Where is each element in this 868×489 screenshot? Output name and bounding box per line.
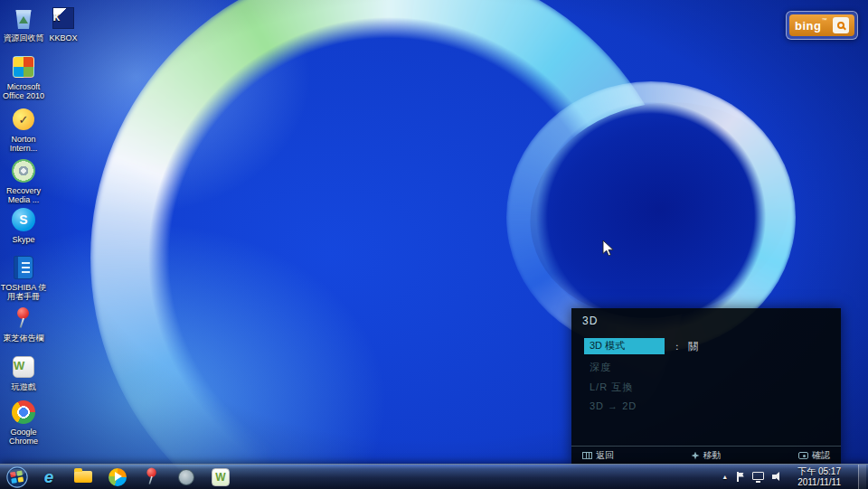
pushpin-icon (143, 467, 160, 487)
search-button[interactable] (833, 17, 849, 33)
bing-gadget[interactable]: bing™ (786, 11, 858, 40)
taskbar-wildtangent-button[interactable]: W (206, 466, 235, 488)
desktop-icon-label: Recovery Media ... (0, 186, 47, 204)
desktop-icon-kkbox[interactable]: K KKBOX (40, 5, 87, 42)
folder-icon (74, 471, 92, 483)
ok-icon (798, 452, 808, 459)
desktop: 資源回收筒 K KKBOX Microsoft Office 2010 ✓ No… (0, 0, 868, 489)
desktop-icon-label: Microsoft Office 2010 (0, 82, 47, 100)
desktop-icon-skype[interactable]: S Skype (0, 206, 47, 244)
hint-label: 移動 (703, 449, 722, 462)
osd-title: 3D (571, 308, 841, 336)
desktop-icon-label: Google Chrome (0, 428, 47, 446)
osd-item-3d-mode-value: ： 關 (672, 340, 700, 353)
skype-icon: S (10, 206, 37, 233)
osd-3d-menu: 3D 3D 模式 ： 關 深度 L/R 互換 3D → 2D 返回 (571, 308, 841, 465)
wildtangent-games-icon: W (10, 353, 37, 381)
osd-item-3d-mode: 3D 模式 ： 關 (584, 338, 828, 354)
taskbar-buttons: e W (34, 466, 235, 488)
osd-hint-confirm: 確認 (798, 449, 830, 462)
wallpaper-swirl-inner (212, 104, 601, 489)
hint-label: 返回 (596, 449, 614, 462)
taskbar-reeltime-button[interactable] (172, 466, 201, 488)
taskbar: e W ▲ 下午 05:17 2011 (0, 464, 868, 489)
recovery-disc-icon (10, 157, 37, 184)
osd-footer: 返回 移動 確認 (571, 446, 841, 465)
back-icon (582, 452, 592, 459)
desktop-icon-chrome[interactable]: Google Chrome (0, 399, 47, 446)
move-icon (692, 452, 700, 460)
osd-item-depth-label: 深度 (584, 361, 611, 374)
clock-dial-icon (178, 469, 194, 485)
desktop-icon-games[interactable]: W 玩遊戲 (0, 353, 47, 391)
wallpaper-glow-bottomleft (0, 208, 407, 489)
desktop-icon-recovery-media[interactable]: Recovery Media ... (0, 157, 47, 204)
desktop-icon-label: Norton Intern... (0, 135, 47, 153)
taskbar-bulletin-button[interactable] (137, 466, 166, 488)
desktop-icon-toshiba-manual[interactable]: TOSHIBA 使用者手冊 (0, 254, 47, 301)
taskbar-media-player-button[interactable] (103, 466, 132, 488)
osd-item-depth: 深度 (584, 361, 828, 374)
desktop-icon-norton[interactable]: ✓ Norton Intern... (0, 106, 47, 153)
search-icon (837, 22, 844, 29)
osd-item-3d-mode-label: 3D 模式 (584, 338, 665, 354)
taskbar-explorer-button[interactable] (69, 466, 98, 488)
osd-hint-back: 返回 (582, 449, 614, 462)
norton-icon: ✓ (10, 106, 37, 133)
osd-item-lr-swap-label: L/R 互換 (584, 381, 633, 394)
osd-item-list: 3D 模式 ： 關 深度 L/R 互換 3D → 2D (571, 336, 841, 419)
network-icon[interactable] (752, 472, 764, 480)
system-tray: ▲ 下午 05:17 2011/11/11 (722, 465, 868, 489)
recycle-bin-icon (10, 5, 37, 32)
volume-icon[interactable] (772, 472, 784, 483)
office-icon (10, 53, 37, 80)
action-center-icon[interactable] (736, 472, 744, 482)
osd-item-3d-to-2d: 3D → 2D (584, 400, 828, 411)
desktop-icon-label: 東芝佈告欄 (4, 334, 44, 343)
internet-explorer-icon: e (44, 467, 54, 487)
media-player-icon (108, 468, 127, 486)
desktop-icon-label: 玩遊戲 (12, 382, 36, 391)
user-manual-book-icon (10, 254, 37, 281)
hint-label: 確認 (812, 449, 830, 462)
desktop-icon-office[interactable]: Microsoft Office 2010 (0, 53, 47, 100)
osd-item-lr-swap: L/R 互換 (584, 381, 828, 394)
osd-hint-move: 移動 (692, 449, 722, 462)
start-button[interactable] (5, 465, 29, 489)
windows-logo-icon (6, 466, 28, 488)
osd-item-3d-to-2d-label: 3D → 2D (584, 400, 637, 411)
show-hidden-icons-button[interactable]: ▲ (722, 474, 728, 480)
mouse-cursor (602, 240, 615, 258)
wallpaper-swirl-eye (507, 75, 813, 344)
desktop-icon-toshiba-bulletin[interactable]: 東芝佈告欄 (0, 305, 47, 343)
desktop-icon-label: Skype (12, 235, 34, 244)
desktop-icon-label: KKBOX (49, 33, 77, 42)
clock-date: 2011/11/11 (797, 477, 841, 488)
desktop-icon-label: 資源回收筒 (4, 33, 44, 42)
show-desktop-button[interactable] (858, 465, 866, 489)
pushpin-icon (10, 305, 37, 332)
chrome-icon (10, 399, 37, 426)
taskbar-clock[interactable]: 下午 05:17 2011/11/11 (792, 466, 846, 488)
taskbar-ie-button[interactable]: e (34, 466, 63, 488)
kkbox-icon: K (50, 5, 77, 32)
wildtangent-games-icon: W (212, 468, 230, 486)
bing-logo: bing™ (795, 17, 826, 33)
desktop-icon-label: TOSHIBA 使用者手冊 (0, 283, 47, 301)
clock-time: 下午 05:17 (797, 466, 841, 477)
